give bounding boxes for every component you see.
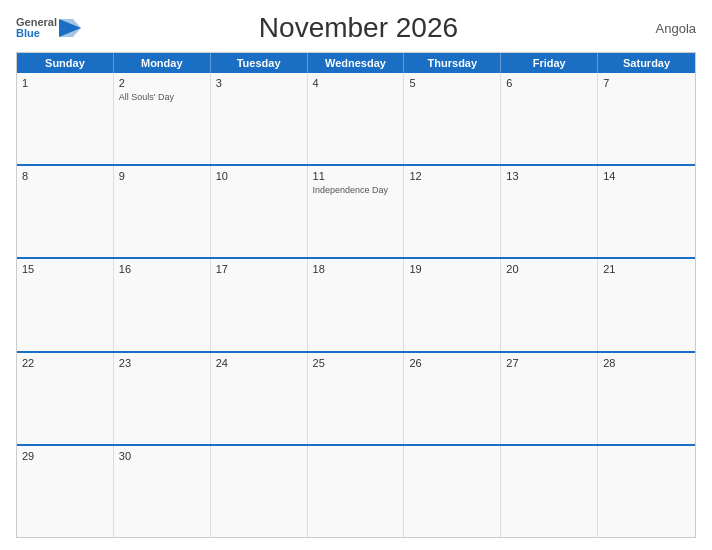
day-cell-4-1: 30	[114, 446, 211, 537]
day-number: 8	[22, 170, 108, 182]
day-cell-4-6	[598, 446, 695, 537]
day-cell-4-0: 29	[17, 446, 114, 537]
day-number: 4	[313, 77, 399, 89]
day-cell-0-5: 6	[501, 73, 598, 164]
day-number: 7	[603, 77, 690, 89]
day-cell-1-0: 8	[17, 166, 114, 257]
day-number: 30	[119, 450, 205, 462]
day-cell-4-3	[308, 446, 405, 537]
day-cell-4-2	[211, 446, 308, 537]
day-cell-2-5: 20	[501, 259, 598, 350]
day-number: 17	[216, 263, 302, 275]
logo-text: General Blue	[16, 17, 57, 39]
day-cell-4-4	[404, 446, 501, 537]
header-tuesday: Tuesday	[211, 53, 308, 73]
day-cell-3-0: 22	[17, 353, 114, 444]
logo-flag-icon	[59, 19, 81, 37]
day-cell-3-4: 26	[404, 353, 501, 444]
day-number: 6	[506, 77, 592, 89]
day-number: 20	[506, 263, 592, 275]
day-number: 21	[603, 263, 690, 275]
header-thursday: Thursday	[404, 53, 501, 73]
day-cell-2-3: 18	[308, 259, 405, 350]
day-cell-2-0: 15	[17, 259, 114, 350]
day-cell-3-6: 28	[598, 353, 695, 444]
week-row-2: 891011Independence Day121314	[17, 164, 695, 257]
day-cell-0-2: 3	[211, 73, 308, 164]
header-saturday: Saturday	[598, 53, 695, 73]
day-number: 15	[22, 263, 108, 275]
day-number: 24	[216, 357, 302, 369]
day-number: 1	[22, 77, 108, 89]
day-cell-1-4: 12	[404, 166, 501, 257]
day-cell-0-1: 2All Souls' Day	[114, 73, 211, 164]
weeks-container: 12All Souls' Day34567891011Independence …	[17, 73, 695, 537]
week-row-1: 12All Souls' Day34567	[17, 73, 695, 164]
week-row-4: 22232425262728	[17, 351, 695, 444]
day-number: 2	[119, 77, 205, 89]
day-number: 9	[119, 170, 205, 182]
day-cell-2-4: 19	[404, 259, 501, 350]
day-number: 19	[409, 263, 495, 275]
page: General Blue November 2026 Angola Sunday…	[0, 0, 712, 550]
day-number: 27	[506, 357, 592, 369]
week-row-3: 15161718192021	[17, 257, 695, 350]
day-number: 14	[603, 170, 690, 182]
day-number: 5	[409, 77, 495, 89]
header-wednesday: Wednesday	[308, 53, 405, 73]
day-cell-0-4: 5	[404, 73, 501, 164]
header-friday: Friday	[501, 53, 598, 73]
day-cell-0-0: 1	[17, 73, 114, 164]
day-cell-2-6: 21	[598, 259, 695, 350]
day-cell-4-5	[501, 446, 598, 537]
day-cell-1-6: 14	[598, 166, 695, 257]
day-cell-1-2: 10	[211, 166, 308, 257]
day-number: 28	[603, 357, 690, 369]
day-cell-0-6: 7	[598, 73, 695, 164]
day-cell-1-1: 9	[114, 166, 211, 257]
event-label: All Souls' Day	[119, 92, 205, 102]
day-cell-1-3: 11Independence Day	[308, 166, 405, 257]
day-number: 16	[119, 263, 205, 275]
day-number: 23	[119, 357, 205, 369]
day-number: 3	[216, 77, 302, 89]
calendar-title: November 2026	[81, 12, 636, 44]
day-number: 11	[313, 170, 399, 182]
week-row-5: 2930	[17, 444, 695, 537]
country-label: Angola	[636, 21, 696, 36]
event-label: Independence Day	[313, 185, 399, 195]
day-cell-2-1: 16	[114, 259, 211, 350]
day-number: 29	[22, 450, 108, 462]
day-cell-3-5: 27	[501, 353, 598, 444]
day-headers-row: Sunday Monday Tuesday Wednesday Thursday…	[17, 53, 695, 73]
logo-blue-text: Blue	[16, 28, 57, 39]
day-number: 12	[409, 170, 495, 182]
day-cell-2-2: 17	[211, 259, 308, 350]
day-number: 18	[313, 263, 399, 275]
day-number: 13	[506, 170, 592, 182]
day-cell-3-1: 23	[114, 353, 211, 444]
header-sunday: Sunday	[17, 53, 114, 73]
logo: General Blue	[16, 17, 81, 39]
day-cell-3-2: 24	[211, 353, 308, 444]
day-cell-1-5: 13	[501, 166, 598, 257]
day-number: 22	[22, 357, 108, 369]
day-number: 25	[313, 357, 399, 369]
calendar-header: General Blue November 2026 Angola	[16, 12, 696, 44]
header-monday: Monday	[114, 53, 211, 73]
day-number: 26	[409, 357, 495, 369]
day-number: 10	[216, 170, 302, 182]
calendar-grid: Sunday Monday Tuesday Wednesday Thursday…	[16, 52, 696, 538]
day-cell-0-3: 4	[308, 73, 405, 164]
day-cell-3-3: 25	[308, 353, 405, 444]
